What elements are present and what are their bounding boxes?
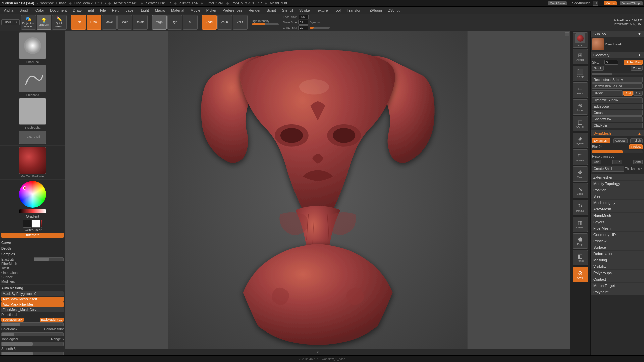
move-view-button[interactable]: ✥ Move [573,166,588,182]
floor-button[interactable]: ▭ Floor [573,82,588,98]
sub-button[interactable]: Sub [612,160,622,164]
mask-by-polygroups-btn[interactable]: Mask By Polygroups 0 [1,291,64,296]
mrgb-button[interactable]: Mrgb [152,15,167,30]
brush-alpha-white[interactable] [19,98,46,125]
alternate-button[interactable]: Alternate [1,233,64,238]
zremesher-title[interactable]: ZRemesher [591,174,644,180]
current-color[interactable] [41,220,42,228]
menu-help[interactable]: Help [109,8,122,13]
rotate-view-button[interactable]: ↻ Rotate [573,200,588,215]
z-intensity-value[interactable]: 20 [298,25,308,30]
hue-slider[interactable] [19,209,46,213]
polygroups-title[interactable]: Polygroups [591,270,644,276]
backmask-int-tag[interactable]: BackMaskInt 10 [40,318,64,322]
project-button[interactable]: Project [629,144,643,149]
menu-light[interactable]: Light [138,8,152,13]
menu-texture[interactable]: Texture [313,8,331,13]
morph-target-title[interactable]: Morph Target [591,283,644,289]
draw-button[interactable]: Draw [87,15,101,30]
frame-button[interactable]: ⬚ Frame [573,149,588,165]
focal-shift-value[interactable]: -56 [299,15,309,19]
menu-brush[interactable]: Brush [17,8,32,13]
canvas-area[interactable] [65,31,570,349]
fibermesh-title[interactable]: FiberMesh [591,225,644,231]
menu-edit[interactable]: Edit [85,8,97,13]
divide-button[interactable]: Divide [592,90,623,96]
color-wheel[interactable] [19,181,46,208]
menu-layer[interactable]: Layer [123,8,138,13]
subtool-title[interactable]: SubTool ▼ [591,31,644,37]
scroll-button[interactable]: Scroll [592,66,604,71]
texture-off-btn[interactable]: Texture Off [19,131,46,144]
menu-macro[interactable]: Macro [152,8,168,13]
groups-button[interactable]: Groups [613,138,628,143]
menu-stroke[interactable]: Stroke [297,8,313,13]
polish-button[interactable]: Polish [630,138,643,143]
rgb-intensity-slider[interactable] [252,23,279,25]
zoom-button[interactable]: Zoom [631,66,643,71]
edit-button[interactable]: Edit [71,15,86,30]
gyro-button[interactable]: ⊛ Gyro [573,267,588,282]
menu-script[interactable]: Script [264,8,279,13]
elasticity-slider[interactable] [34,257,64,261]
mesh-integrity-title[interactable]: MeshIntegrity [591,200,644,206]
matcap-thumbnail[interactable] [19,147,46,174]
menu-zscript[interactable]: ZScript [385,8,402,13]
suv-button[interactable]: Suv [633,91,643,96]
surface-title[interactable]: Surface [591,244,644,250]
canvas-toggle-btn[interactable] [565,32,569,36]
polypaint-title[interactable]: Polypaint [591,289,644,295]
menus-button[interactable]: Menus [604,1,617,5]
z-intensity-slider[interactable] [310,27,330,29]
dynamic-view-button[interactable]: ◈ Dynam [573,133,588,148]
modify-topo-title[interactable]: Modify Topology [591,181,644,187]
polyf-button[interactable]: ⬟ Polyf [573,233,588,249]
nanomesh-title[interactable]: NanoMesh [591,213,644,219]
geometry-hd-title[interactable]: Geometry HD [591,232,644,238]
menu-material[interactable]: Material [168,8,187,13]
aahalf-button[interactable]: ◫ AAHalf [573,116,588,131]
swatch-white[interactable] [32,220,40,228]
menu-file[interactable]: File [97,8,109,13]
zsub-button[interactable]: Zsub [217,15,232,30]
menu-render[interactable]: Render [246,8,263,13]
add-button[interactable]: Add [592,160,601,164]
menu-color[interactable]: Color [33,8,47,13]
auto-mask-fibermesh-btn[interactable]: Auto Mask FiberMesh [1,302,64,307]
linefill-button[interactable]: ▥ LineFil [573,217,588,232]
edgeloop-button[interactable]: EdgeLoop [592,104,643,109]
backmask-curve-slider[interactable] [1,322,64,326]
lightbox-button[interactable]: 💡 LightBox [37,15,51,30]
actual-button[interactable]: ⊞ Actual [573,49,588,64]
claypolish-button[interactable]: ClayPolish [592,123,643,128]
deformation-title[interactable]: Deformation [591,251,644,257]
menu-tool[interactable]: Tool [331,8,343,13]
menu-transform[interactable]: Transform [344,8,366,13]
layers-title[interactable]: Layers [591,219,644,225]
zcut-button[interactable]: Zcut [233,15,248,30]
m-button[interactable]: M [183,15,198,30]
menu-alpha[interactable]: Alpha [1,8,16,13]
default-zscript-button[interactable]: DefaultZScript [620,1,643,5]
zadd-button[interactable]: Zadd [202,15,217,30]
rotate-button[interactable]: Rotate [133,15,148,30]
current-brush-alpha[interactable] [19,32,46,59]
preview-title[interactable]: Preview [591,238,644,244]
menu-picker[interactable]: Picker [204,8,219,13]
scale-button[interactable]: Scale [117,15,132,30]
menu-stencil[interactable]: Stencil [279,8,296,13]
projection-master-button[interactable]: 🎭 Projection Master [21,15,36,30]
freehand-brush[interactable] [19,65,46,92]
quicksave-button[interactable]: QuickSave [548,1,567,5]
scale-view-button[interactable]: ⤡ Scale [573,183,588,198]
visibility-title[interactable]: Visibility [591,263,644,269]
center-canvas[interactable]: ▼ [65,31,570,355]
create-shell-button[interactable]: Create Shell [592,166,624,172]
and-button[interactable]: And [633,160,643,164]
fibermesh-mask-curve-btn[interactable]: FiberMesh_Mask Curve [1,307,64,312]
swatch-black[interactable] [23,220,31,228]
menu-zplugin[interactable]: ZPlugin [367,8,385,13]
draw-size-value[interactable]: 31 [298,20,308,25]
persp-button[interactable]: ⬛ Persp [573,66,588,81]
range-slider[interactable] [1,342,64,346]
